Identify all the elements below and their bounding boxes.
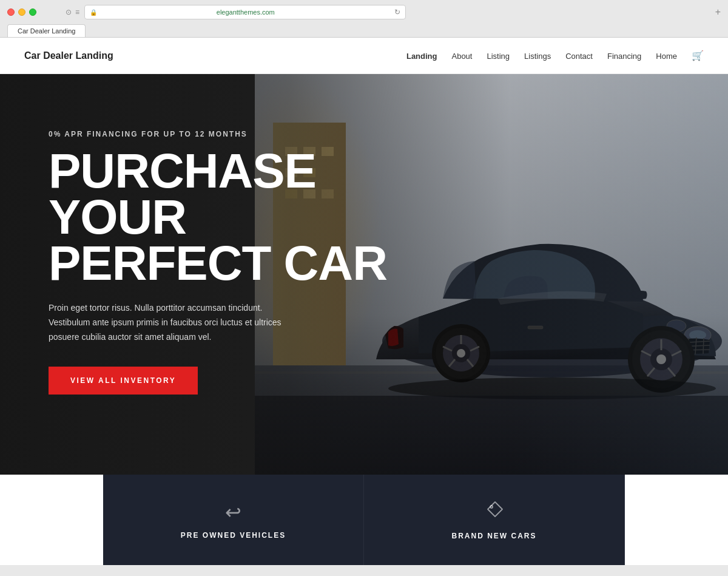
site-logo[interactable]: Car Dealer Landing [24, 50, 113, 61]
nav-link-about[interactable]: About [451, 52, 472, 61]
hero-title: PURCHASE YOUR PERFECT CAR [49, 148, 400, 286]
nav-link-listings[interactable]: Listings [524, 52, 551, 61]
brand-new-label: BRAND NEW CARS [452, 532, 537, 540]
hero-description: Proin eget tortor risus. Nulla porttitor… [49, 301, 291, 344]
brand-new-icon [485, 500, 504, 524]
new-tab-button[interactable]: + [715, 7, 721, 18]
left-white-panel [0, 475, 103, 565]
cart-icon[interactable]: 🛒 [692, 50, 704, 61]
bottom-cards: ↩ PRE OWNED VEHICLES BRAND NEW CARS [0, 475, 728, 565]
navigation: Car Dealer Landing Landing About Listing… [0, 38, 728, 74]
brand-new-card[interactable]: BRAND NEW CARS [364, 475, 625, 565]
minimize-button[interactable] [18, 8, 25, 16]
traffic-lights [7, 8, 36, 16]
nav-link-listing[interactable]: Listing [487, 52, 510, 61]
website-content: Car Dealer Landing Landing About Listing… [0, 38, 728, 565]
maximize-button[interactable] [29, 8, 36, 16]
nav-link-landing[interactable]: Landing [406, 52, 437, 61]
nav-link-home[interactable]: Home [656, 52, 677, 61]
svg-point-47 [490, 506, 493, 508]
pre-owned-label: PRE OWNED VEHICLES [181, 531, 286, 540]
address-bar[interactable]: 🔒 elegantthemes.com ↻ [84, 5, 406, 19]
close-button[interactable] [7, 8, 15, 16]
hero-subtitle: 0% APR FINANCING FOR UP TO 12 MONTHS [49, 130, 728, 138]
nav-link-contact[interactable]: Contact [565, 52, 593, 61]
view-inventory-button[interactable]: VIEW ALL INVENTORY [49, 367, 198, 395]
lock-icon: 🔒 [90, 9, 97, 16]
right-white-panel [625, 475, 728, 565]
browser-tab[interactable]: Car Dealer Landing [7, 24, 86, 37]
hero-content: 0% APR FINANCING FOR UP TO 12 MONTHS PUR… [0, 74, 728, 475]
pre-owned-icon: ↩ [225, 501, 241, 524]
url-text: elegantthemes.com [99, 8, 392, 16]
pre-owned-card[interactable]: ↩ PRE OWNED VEHICLES [103, 475, 364, 565]
back-icon[interactable]: ⊙ [66, 8, 72, 16]
nav-link-financing[interactable]: Financing [607, 52, 641, 61]
browser-chrome: ⊙ ≡ 🔒 elegantthemes.com ↻ + Car Dealer L… [0, 0, 728, 38]
nav-links: Landing About Listing Listings Contact F… [406, 50, 704, 61]
menu-icon[interactable]: ≡ [75, 8, 79, 16]
hero-section: 0% APR FINANCING FOR UP TO 12 MONTHS PUR… [0, 74, 728, 475]
reload-button[interactable]: ↻ [394, 8, 400, 16]
